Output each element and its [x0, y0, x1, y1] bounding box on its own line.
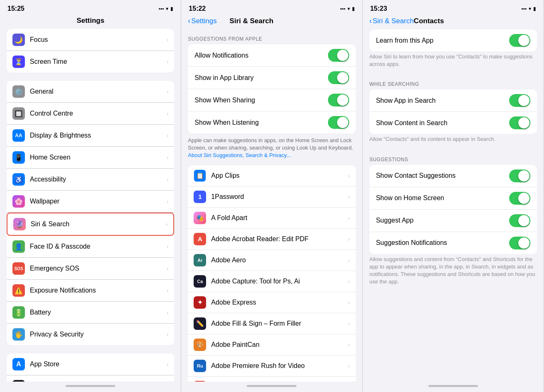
toggle-show-app-library[interactable]: Show in App Library — [188, 67, 355, 89]
suggest-app-row[interactable]: Suggest App — [369, 210, 537, 232]
suggestion-notifications-row[interactable]: Suggestion Notifications — [369, 232, 537, 254]
adobe-scan-icon: A — [194, 381, 206, 382]
control-centre-label: Control Centre — [30, 110, 167, 117]
allow-notifications-toggle[interactable] — [328, 49, 349, 62]
suggest-app-toggle[interactable] — [509, 214, 530, 227]
show-contact-suggestions-toggle[interactable] — [509, 169, 530, 182]
privacy-label: Privacy & Security — [30, 331, 167, 338]
suggestions-card: Show Contact Suggestions Show on Home Sc… — [369, 165, 537, 254]
1password-name: 1Password — [211, 193, 348, 201]
show-content-search-toggle[interactable] — [509, 116, 530, 129]
app-item-adobe-express[interactable]: ✦ Adobe Express › — [188, 292, 355, 313]
display-icon: AA — [12, 129, 25, 142]
adobe-capture-name: Adobe Capture: Tool for Ps, Ai — [211, 278, 348, 285]
adobe-premiere-icon: Ru — [194, 360, 206, 372]
app-store-icon: A — [12, 358, 25, 370]
settings-item-general[interactable]: ⚙️ General › — [7, 81, 174, 103]
show-content-search-row[interactable]: Show Content in Search — [369, 112, 537, 134]
adobe-aero-name: Adobe Aero — [211, 256, 348, 264]
battery-icon-3: ▮ — [533, 6, 536, 12]
face-id-icon: 👤 — [12, 240, 25, 253]
screen-time-icon: ⏳ — [12, 56, 25, 68]
nav-back-label-2: Settings — [191, 17, 216, 25]
learn-toggle-row[interactable]: Learn from this App — [369, 29, 537, 51]
siri-scroll[interactable]: SUGGESTIONS FROM APPLE Allow Notificatio… — [181, 29, 362, 382]
settings-item-siri[interactable]: 🔮 Siri & Search › — [7, 213, 174, 236]
app-store-label: App Store — [30, 361, 167, 368]
show-app-search-toggle[interactable] — [509, 94, 530, 107]
settings-item-face-id[interactable]: 👤 Face ID & Passcode › — [7, 236, 174, 258]
status-icons-1: ▪▪▪ ▾ ▮ — [159, 6, 174, 12]
settings-item-screen-time[interactable]: ⏳ Screen Time › — [7, 51, 174, 73]
show-when-listening-toggle[interactable] — [328, 116, 349, 129]
settings-item-wallpaper[interactable]: 🌸 Wallpaper › — [7, 191, 174, 213]
signal-icon-2: ▪▪▪ — [340, 6, 345, 12]
nav-back-3[interactable]: ‹ Siri & Search — [369, 17, 414, 25]
app-item-adobe-premiere[interactable]: Ru Adobe Premiere Rush for Video › — [188, 356, 355, 377]
learn-description: Allow Siri to learn from how you use "Co… — [363, 51, 544, 75]
settings-item-app-store[interactable]: A App Store › — [7, 353, 174, 375]
exposure-icon: ⚠️ — [12, 284, 25, 297]
suggestions-header: SUGGESTIONS FROM APPLE — [181, 29, 362, 44]
siri-info-link[interactable]: About Siri Suggestions, Search & Privacy… — [188, 152, 291, 158]
status-time-1: 15:25 — [7, 5, 24, 12]
show-contact-suggestions-label: Show Contact Suggestions — [376, 172, 509, 179]
settings-item-exposure[interactable]: ⚠️ Exposure Notifications › — [7, 280, 174, 302]
show-home-screen-label: Show on Home Screen — [376, 194, 509, 202]
show-app-library-toggle[interactable] — [328, 71, 349, 84]
nav-title-1: Settings — [63, 17, 119, 25]
toggle-allow-notifications[interactable]: Allow Notifications — [188, 44, 355, 67]
settings-item-emergency[interactable]: SOS Emergency SOS › — [7, 258, 174, 280]
app-item-fold-apart[interactable]: 🎭 A Fold Apart › — [188, 208, 355, 229]
nav-bar-3: ‹ Siri & Search Contacts — [363, 15, 544, 29]
settings-item-display[interactable]: AA Display & Brightness › — [7, 125, 174, 147]
learn-toggle[interactable] — [509, 34, 530, 47]
show-home-screen-row[interactable]: Show on Home Screen — [369, 187, 537, 210]
status-bar-2: 15:22 ▪▪▪ ▾ ▮ — [181, 0, 362, 15]
suggestion-notifications-toggle[interactable] — [509, 237, 530, 249]
fold-apart-icon: 🎭 — [194, 212, 206, 224]
face-id-label: Face ID & Passcode — [30, 243, 167, 250]
panel-settings: 15:25 ▪▪▪ ▾ ▮ Settings 🌙 Focus › ⏳ Scree… — [0, 0, 181, 392]
wallet-icon: 💳 — [12, 380, 25, 382]
nav-back-2[interactable]: ‹ Settings — [188, 17, 216, 25]
toggle-show-when-listening[interactable]: Show When Listening — [188, 111, 355, 133]
adobe-express-name: Adobe Express — [211, 299, 348, 306]
app-item-adobe-aero[interactable]: Ar Adobe Aero › — [188, 250, 355, 271]
settings-item-home-screen[interactable]: 📱 Home Screen › — [7, 147, 174, 169]
home-indicator-1 — [66, 385, 115, 387]
settings-item-battery[interactable]: 🔋 Battery › — [7, 302, 174, 324]
app-item-adobe-scan[interactable]: A Adobe Scan: PDF Scanner & OCR › — [188, 377, 355, 382]
settings-item-wallet[interactable]: 💳 Wallet & Apple Pay › — [7, 375, 174, 382]
app-item-adobe-paintcan[interactable]: 🎨 Adobe PaintCan › — [188, 334, 355, 356]
battery-icon: ▮ — [170, 6, 173, 12]
settings-item-privacy[interactable]: 🖐️ Privacy & Security › — [7, 324, 174, 345]
settings-item-focus[interactable]: 🌙 Focus › — [7, 29, 174, 51]
app-item-adobe-acrobat[interactable]: A Adobe Acrobat Reader: Edit PDF › — [188, 229, 355, 250]
show-contact-suggestions-row[interactable]: Show Contact Suggestions — [369, 165, 537, 187]
back-chevron-2: ‹ — [188, 17, 190, 25]
fold-apart-name: A Fold Apart — [211, 214, 348, 222]
adobe-paintcan-name: Adobe PaintCan — [211, 341, 348, 348]
show-home-screen-toggle[interactable] — [509, 192, 530, 205]
learn-card: Learn from this App — [369, 29, 537, 51]
show-when-sharing-toggle[interactable] — [328, 94, 349, 106]
show-app-search-row[interactable]: Show App in Search — [369, 90, 537, 112]
settings-item-accessibility[interactable]: ♿ Accessibility › — [7, 169, 174, 191]
nav-bar-1: Settings — [0, 15, 181, 29]
app-item-adobe-capture[interactable]: Ca Adobe Capture: Tool for Ps, Ai › — [188, 271, 355, 292]
app-item-adobe-fill[interactable]: ✏️ Adobe Fill & Sign – Form Filler › — [188, 313, 355, 334]
while-searching-header: WHILE SEARCHING — [363, 75, 544, 90]
panel-contacts: 15:23 ▪▪▪ ▾ ▮ ‹ Siri & Search Contacts L… — [363, 0, 544, 392]
contacts-scroll[interactable]: Learn from this App Allow Siri to learn … — [363, 29, 544, 382]
suggestions-desc: Allow suggestions and content from "Cont… — [363, 254, 544, 293]
adobe-premiere-name: Adobe Premiere Rush for Video — [211, 362, 348, 370]
wifi-icon-3: ▾ — [529, 6, 531, 12]
settings-scroll[interactable]: 🌙 Focus › ⏳ Screen Time › ⚙️ General › 🔲… — [0, 29, 181, 382]
toggle-show-when-sharing[interactable]: Show When Sharing — [188, 89, 355, 111]
settings-item-control-centre[interactable]: 🔲 Control Centre › — [7, 103, 174, 125]
panel-siri-search: 15:22 ▪▪▪ ▾ ▮ ‹ Settings Siri & Search S… — [181, 0, 362, 392]
app-item-clips[interactable]: 📋 App Clips › — [188, 165, 355, 186]
app-item-1password[interactable]: 1 1Password › — [188, 186, 355, 208]
suggestion-notifications-label: Suggestion Notifications — [376, 239, 509, 247]
